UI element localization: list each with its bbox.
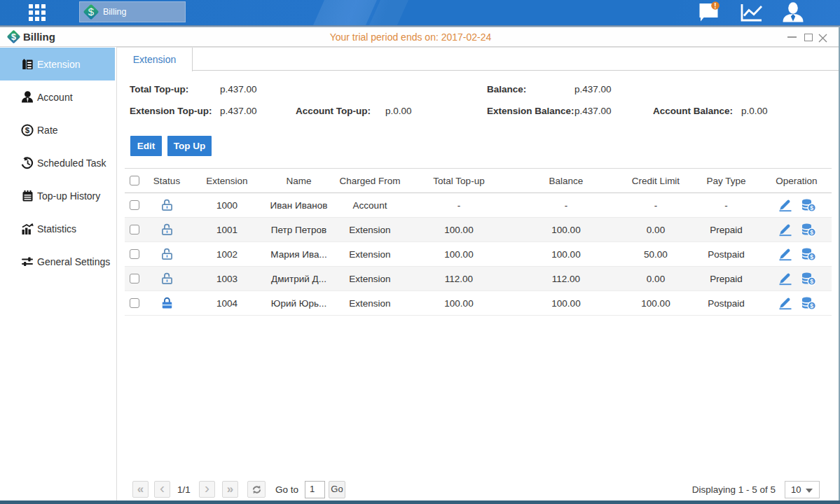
svg-text:$: $	[810, 277, 813, 284]
svg-text:$: $	[88, 6, 95, 18]
svg-text:$: $	[810, 253, 813, 260]
svg-text:$: $	[810, 204, 813, 211]
svg-text:$: $	[25, 126, 30, 134]
svg-text:$: $	[810, 228, 813, 235]
svg-text:$: $	[810, 302, 813, 309]
svg-text:!: !	[714, 2, 716, 10]
